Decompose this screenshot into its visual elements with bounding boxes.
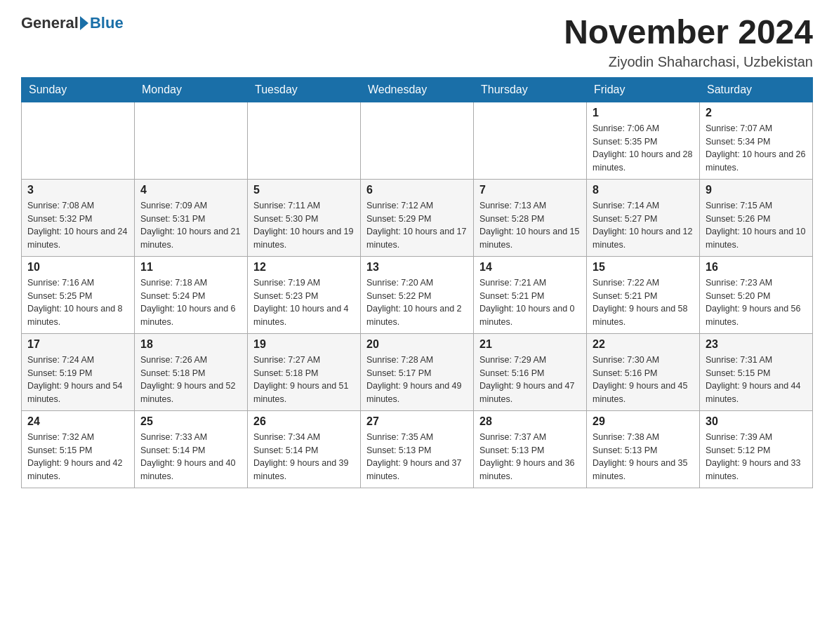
calendar-cell: 22Sunrise: 7:30 AM Sunset: 5:16 PM Dayli… [587,333,700,410]
day-info: Sunrise: 7:29 AM Sunset: 5:16 PM Dayligh… [479,354,581,406]
calendar-cell [22,102,135,179]
day-number: 21 [479,338,581,351]
week-row-2: 3Sunrise: 7:08 AM Sunset: 5:32 PM Daylig… [22,179,813,256]
calendar-cell: 26Sunrise: 7:34 AM Sunset: 5:14 PM Dayli… [248,410,361,488]
day-info: Sunrise: 7:28 AM Sunset: 5:17 PM Dayligh… [366,354,468,406]
calendar-cell: 13Sunrise: 7:20 AM Sunset: 5:22 PM Dayli… [361,256,474,333]
day-info: Sunrise: 7:21 AM Sunset: 5:21 PM Dayligh… [479,276,581,329]
day-info: Sunrise: 7:24 AM Sunset: 5:19 PM Dayligh… [27,354,128,406]
day-info: Sunrise: 7:08 AM Sunset: 5:32 PM Dayligh… [27,199,128,252]
calendar-cell: 7Sunrise: 7:13 AM Sunset: 5:28 PM Daylig… [474,179,587,256]
calendar-cell: 28Sunrise: 7:37 AM Sunset: 5:13 PM Dayli… [474,410,587,488]
day-number: 1 [593,107,694,119]
day-header-row: SundayMondayTuesdayWednesdayThursdayFrid… [22,77,813,102]
calendar-cell: 21Sunrise: 7:29 AM Sunset: 5:16 PM Dayli… [474,333,587,410]
week-row-3: 10Sunrise: 7:16 AM Sunset: 5:25 PM Dayli… [22,256,813,333]
day-number: 4 [140,184,241,196]
day-info: Sunrise: 7:18 AM Sunset: 5:24 PM Dayligh… [140,276,241,329]
day-number: 3 [27,184,128,196]
logo: General Blue [21,14,124,32]
day-number: 5 [253,184,355,196]
day-number: 23 [706,338,807,351]
calendar-cell: 17Sunrise: 7:24 AM Sunset: 5:19 PM Dayli… [22,333,135,410]
day-info: Sunrise: 7:33 AM Sunset: 5:14 PM Dayligh… [140,431,241,483]
calendar-cell: 8Sunrise: 7:14 AM Sunset: 5:27 PM Daylig… [587,179,700,256]
day-info: Sunrise: 7:07 AM Sunset: 5:34 PM Dayligh… [706,122,807,175]
day-info: Sunrise: 7:30 AM Sunset: 5:16 PM Dayligh… [593,354,694,406]
day-number: 18 [140,338,241,351]
logo-text: General Blue [21,14,124,32]
calendar-cell [361,102,474,179]
day-number: 20 [366,338,468,351]
week-row-5: 24Sunrise: 7:32 AM Sunset: 5:15 PM Dayli… [22,410,813,488]
logo-arrow-icon [80,16,88,30]
day-number: 13 [366,261,468,274]
calendar-table: SundayMondayTuesdayWednesdayThursdayFrid… [21,77,813,488]
day-info: Sunrise: 7:06 AM Sunset: 5:35 PM Dayligh… [593,122,694,175]
location-title: Ziyodin Shaharchasi, Uzbekistan [564,54,813,70]
day-number: 15 [593,261,694,274]
day-info: Sunrise: 7:35 AM Sunset: 5:13 PM Dayligh… [366,431,468,483]
day-header-friday: Friday [587,77,700,102]
calendar-cell [135,102,248,179]
day-header-wednesday: Wednesday [361,77,474,102]
calendar-cell: 11Sunrise: 7:18 AM Sunset: 5:24 PM Dayli… [135,256,248,333]
calendar-cell: 6Sunrise: 7:12 AM Sunset: 5:29 PM Daylig… [361,179,474,256]
day-number: 8 [593,184,694,196]
day-number: 6 [366,184,468,196]
day-number: 28 [479,415,581,428]
calendar-cell [474,102,587,179]
week-row-4: 17Sunrise: 7:24 AM Sunset: 5:19 PM Dayli… [22,333,813,410]
day-info: Sunrise: 7:26 AM Sunset: 5:18 PM Dayligh… [140,354,241,406]
calendar-cell: 12Sunrise: 7:19 AM Sunset: 5:23 PM Dayli… [248,256,361,333]
day-number: 26 [253,415,355,428]
day-info: Sunrise: 7:14 AM Sunset: 5:27 PM Dayligh… [593,199,694,252]
day-number: 19 [253,338,355,351]
calendar-cell: 24Sunrise: 7:32 AM Sunset: 5:15 PM Dayli… [22,410,135,488]
day-info: Sunrise: 7:38 AM Sunset: 5:13 PM Dayligh… [593,431,694,483]
day-number: 17 [27,338,128,351]
day-info: Sunrise: 7:23 AM Sunset: 5:20 PM Dayligh… [706,276,807,329]
calendar-cell: 27Sunrise: 7:35 AM Sunset: 5:13 PM Dayli… [361,410,474,488]
day-info: Sunrise: 7:20 AM Sunset: 5:22 PM Dayligh… [366,276,468,329]
day-info: Sunrise: 7:16 AM Sunset: 5:25 PM Dayligh… [27,276,128,329]
day-number: 30 [706,415,807,428]
calendar-cell: 2Sunrise: 7:07 AM Sunset: 5:34 PM Daylig… [700,102,813,179]
logo-blue: Blue [90,14,124,32]
week-row-1: 1Sunrise: 7:06 AM Sunset: 5:35 PM Daylig… [22,102,813,179]
day-header-thursday: Thursday [474,77,587,102]
day-info: Sunrise: 7:39 AM Sunset: 5:12 PM Dayligh… [706,431,807,483]
day-number: 9 [706,184,807,196]
calendar-cell: 23Sunrise: 7:31 AM Sunset: 5:15 PM Dayli… [700,333,813,410]
day-number: 25 [140,415,241,428]
day-info: Sunrise: 7:09 AM Sunset: 5:31 PM Dayligh… [140,199,241,252]
day-number: 27 [366,415,468,428]
month-title: November 2024 [564,14,813,51]
day-header-saturday: Saturday [700,77,813,102]
day-info: Sunrise: 7:31 AM Sunset: 5:15 PM Dayligh… [706,354,807,406]
calendar-cell: 29Sunrise: 7:38 AM Sunset: 5:13 PM Dayli… [587,410,700,488]
header: General Blue November 2024 Ziyodin Shaha… [21,14,813,70]
calendar-cell: 10Sunrise: 7:16 AM Sunset: 5:25 PM Dayli… [22,256,135,333]
calendar-cell: 25Sunrise: 7:33 AM Sunset: 5:14 PM Dayli… [135,410,248,488]
day-number: 12 [253,261,355,274]
calendar-cell: 14Sunrise: 7:21 AM Sunset: 5:21 PM Dayli… [474,256,587,333]
day-number: 14 [479,261,581,274]
calendar-cell: 4Sunrise: 7:09 AM Sunset: 5:31 PM Daylig… [135,179,248,256]
day-info: Sunrise: 7:32 AM Sunset: 5:15 PM Dayligh… [27,431,128,483]
calendar-cell: 5Sunrise: 7:11 AM Sunset: 5:30 PM Daylig… [248,179,361,256]
day-header-tuesday: Tuesday [248,77,361,102]
calendar-cell: 1Sunrise: 7:06 AM Sunset: 5:35 PM Daylig… [587,102,700,179]
title-area: November 2024 Ziyodin Shaharchasi, Uzbek… [564,14,813,70]
day-number: 16 [706,261,807,274]
calendar-cell: 16Sunrise: 7:23 AM Sunset: 5:20 PM Dayli… [700,256,813,333]
day-info: Sunrise: 7:22 AM Sunset: 5:21 PM Dayligh… [593,276,694,329]
day-info: Sunrise: 7:37 AM Sunset: 5:13 PM Dayligh… [479,431,581,483]
calendar-cell: 3Sunrise: 7:08 AM Sunset: 5:32 PM Daylig… [22,179,135,256]
calendar-cell: 15Sunrise: 7:22 AM Sunset: 5:21 PM Dayli… [587,256,700,333]
day-number: 10 [27,261,128,274]
calendar-cell: 19Sunrise: 7:27 AM Sunset: 5:18 PM Dayli… [248,333,361,410]
day-info: Sunrise: 7:34 AM Sunset: 5:14 PM Dayligh… [253,431,355,483]
calendar-cell: 18Sunrise: 7:26 AM Sunset: 5:18 PM Dayli… [135,333,248,410]
day-info: Sunrise: 7:13 AM Sunset: 5:28 PM Dayligh… [479,199,581,252]
